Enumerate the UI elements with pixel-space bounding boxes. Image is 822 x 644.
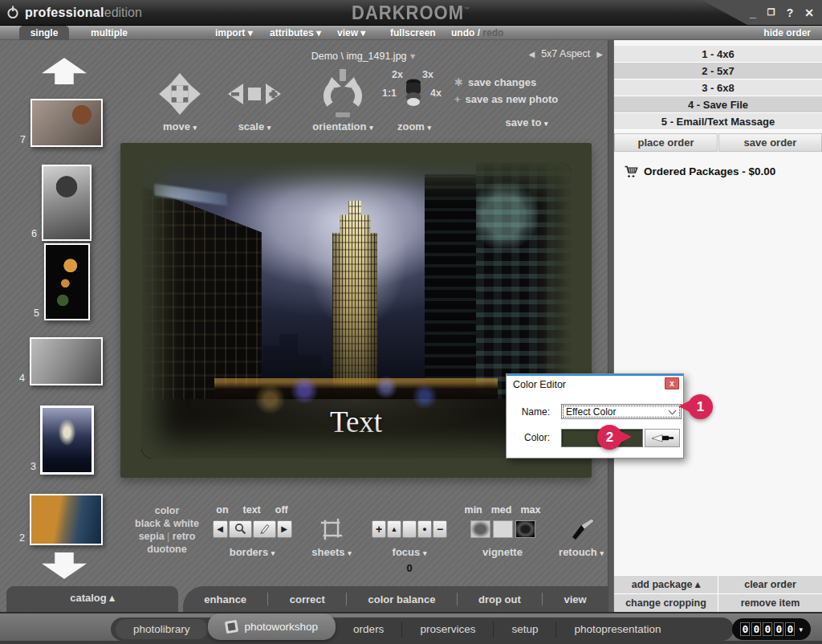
scale-icon[interactable]	[222, 67, 287, 120]
scale-menu[interactable]: scale ▾	[222, 120, 287, 132]
save-changes-button[interactable]: ✱save changes	[454, 74, 599, 91]
catalog-tab[interactable]: catalog ▴	[6, 586, 178, 612]
thumbnail-number: 2	[19, 532, 25, 544]
tab-drop-out[interactable]: drop out	[478, 593, 521, 605]
aspect-prev-arrow[interactable]: ◀	[528, 50, 535, 59]
effect-name-dropdown[interactable]: Effect Color	[561, 404, 682, 419]
nav-orders[interactable]: orders	[336, 618, 401, 641]
package-row-4x6[interactable]: 1 - 4x6	[614, 46, 822, 63]
panel-splitter[interactable]	[608, 40, 614, 612]
vignette-med-swatch[interactable]	[493, 520, 513, 538]
crop-frame-icon[interactable]	[307, 518, 356, 540]
undo-button[interactable]: undo	[451, 27, 474, 39]
photo-frame-icon	[224, 620, 238, 634]
orientation-icon[interactable]	[297, 67, 389, 120]
save-as-new-photo-button[interactable]: +save as new photo	[454, 91, 599, 108]
change-cropping-button[interactable]: change cropping	[614, 594, 718, 612]
borders-zoom-button[interactable]	[229, 520, 252, 538]
borders-on-label[interactable]: on	[216, 504, 228, 518]
dialog-title: Color Editor	[507, 376, 683, 394]
menu-attributes[interactable]: attributes ▾	[270, 26, 321, 40]
redo-button[interactable]: redo	[482, 27, 503, 39]
sheets-group: sheets ▾	[307, 504, 356, 558]
sheets-menu[interactable]: sheets ▾	[307, 546, 356, 558]
focus-triangle-button[interactable]: ▲	[387, 520, 401, 538]
tab-single[interactable]: single	[19, 26, 69, 40]
borders-edit-button[interactable]	[253, 520, 276, 538]
thumbnail-6[interactable]: 6	[42, 165, 92, 241]
package-row-5x7[interactable]: 2 - 5x7	[614, 63, 822, 79]
dialog-close-button[interactable]: x	[665, 377, 679, 389]
thumbnail-7[interactable]: 7	[31, 99, 103, 147]
tab-enhance[interactable]: enhance	[204, 593, 246, 605]
vignette-max-swatch[interactable]	[515, 520, 535, 538]
borders-off-label[interactable]: off	[275, 504, 288, 518]
nav-photopresentation[interactable]: photopresentation	[556, 618, 678, 641]
thumbnail-4[interactable]: 4	[30, 337, 103, 385]
remove-item-button[interactable]: remove item	[718, 594, 822, 612]
mode-duotone[interactable]: duotone	[128, 543, 206, 556]
orientation-menu[interactable]: orientation ▾	[297, 120, 389, 132]
nav-photoworkshop[interactable]: photoworkshop	[208, 613, 336, 640]
tab-multiple[interactable]: multiple	[75, 26, 143, 40]
mode-sepia-retro: sepia | retro	[128, 530, 206, 543]
save-to-menu[interactable]: save to ▾	[454, 114, 599, 132]
clear-order-button[interactable]: clear order	[718, 576, 822, 593]
brush-icon[interactable]	[552, 518, 610, 540]
mode-color[interactable]: color	[128, 504, 206, 517]
close-button[interactable]: ✕	[804, 6, 814, 19]
nav-photolibrary[interactable]: photolibrary	[116, 619, 208, 639]
nav-setup[interactable]: setup	[494, 618, 555, 641]
scroll-up-arrow[interactable]	[42, 58, 87, 84]
mode-sepia[interactable]: sepia	[139, 531, 165, 542]
borders-next-button[interactable]: ▶	[277, 520, 292, 538]
borders-prev-button[interactable]: ◀	[213, 520, 228, 538]
mode-retro[interactable]: retro	[173, 531, 195, 542]
move-icon[interactable]	[143, 67, 217, 120]
aspect-label: 5x7 Aspect	[541, 48, 590, 59]
tab-color-balance[interactable]: color balance	[368, 593, 436, 605]
borders-text-label[interactable]: text	[243, 504, 261, 518]
trademark: ™	[464, 6, 470, 12]
save-order-button[interactable]: save order	[718, 133, 822, 152]
maximize-button[interactable]: ❐	[767, 7, 775, 18]
zoom-menu[interactable]: zoom ▾	[382, 120, 446, 132]
nav-proservices[interactable]: proservices	[402, 618, 493, 641]
thumbnail-5[interactable]: 5	[44, 243, 90, 320]
menu-fullscreen[interactable]: fullscreen	[390, 26, 436, 40]
add-package-button[interactable]: add package ▴	[614, 576, 718, 593]
thumbnail-3-selected[interactable]: 3	[40, 406, 94, 475]
minimize-button[interactable]: _	[750, 6, 756, 19]
vignette-min-swatch[interactable]	[470, 520, 490, 538]
borders-menu[interactable]: borders ▾	[212, 546, 292, 558]
package-row-6x8[interactable]: 3 - 6x8	[614, 79, 822, 96]
thumbnail-2[interactable]: 2	[30, 494, 103, 545]
tab-correct[interactable]: correct	[290, 593, 325, 605]
retouch-menu[interactable]: retouch ▾	[552, 546, 610, 558]
focus-dot-button[interactable]: ●	[417, 520, 432, 538]
menu-import[interactable]: import ▾	[215, 26, 253, 40]
zoom-tool-group: 2x 3x 1:1 4x zoom ▾	[382, 67, 446, 132]
help-button[interactable]: ?	[787, 6, 794, 19]
mode-black-white[interactable]: black & white	[128, 517, 206, 530]
scroll-down-arrow[interactable]	[42, 552, 87, 579]
focus-menu[interactable]: focus ▾	[369, 546, 450, 558]
aspect-next-arrow[interactable]: ▶	[596, 50, 603, 59]
workspace: Demo \ img_1491.jpg ▾ ◀ 5x7 Aspect ▶ mov…	[119, 40, 608, 586]
focus-blank-button[interactable]	[402, 520, 417, 538]
color-picker-button[interactable]	[645, 429, 680, 447]
hide-order-button[interactable]: hide order	[763, 26, 811, 40]
zoom-2x-button[interactable]: 2x	[392, 69, 403, 80]
menu-view[interactable]: view ▾	[337, 26, 365, 40]
focus-minus-button[interactable]: −	[433, 520, 447, 538]
zoom-1to1-button[interactable]: 1:1	[382, 88, 397, 99]
zoom-3x-button[interactable]: 3x	[422, 69, 433, 80]
package-row-save-file[interactable]: 4 - Save File	[614, 96, 822, 113]
place-order-button[interactable]: place order	[614, 133, 718, 152]
package-row-email-text[interactable]: 5 - Email/Text Massage	[614, 113, 822, 130]
order-counter[interactable]: 0 0 0 0 0 ▾	[732, 618, 811, 640]
move-menu[interactable]: move ▾	[143, 120, 217, 132]
focus-plus-button[interactable]: +	[372, 520, 386, 538]
zoom-4x-button[interactable]: 4x	[430, 88, 442, 99]
tab-view[interactable]: view	[564, 593, 586, 605]
